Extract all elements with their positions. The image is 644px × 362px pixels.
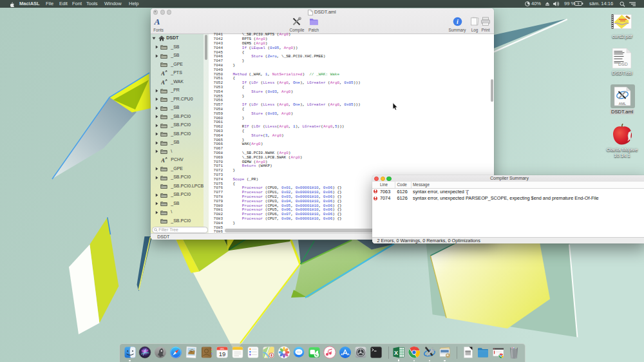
svg-text:19: 19 — [219, 350, 226, 357]
svg-text:X: X — [394, 350, 398, 356]
svg-text:DSD: DSD — [618, 62, 628, 66]
svg-text:A: A — [161, 157, 165, 163]
svg-text:A: A — [161, 70, 165, 76]
svg-text:i: i — [457, 18, 459, 25]
svg-text:AML: AML — [619, 102, 626, 106]
svg-text:A: A — [161, 79, 165, 85]
